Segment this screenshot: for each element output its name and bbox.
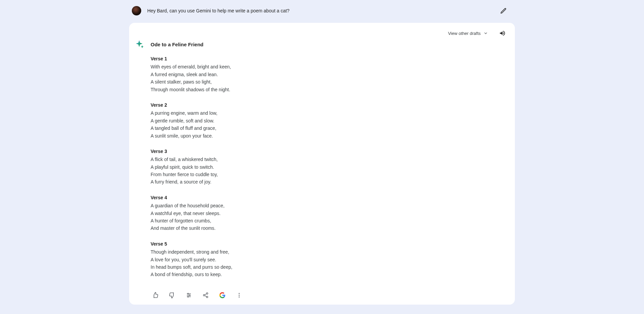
svg-point-8 — [206, 296, 208, 298]
title-row: Ode to a Feline Friend — [132, 39, 509, 55]
verse: Verse 1With eyes of emerald, bright and … — [151, 55, 509, 93]
modify-response-button[interactable] — [184, 291, 194, 300]
prompt-text: Hey Bard, can you use Gemini to help me … — [147, 8, 497, 13]
google-it-button[interactable] — [218, 291, 227, 300]
verse-line: A flick of tail, a whiskered twitch, — [151, 156, 509, 163]
svg-line-9 — [205, 294, 206, 295]
verse-line: A love for you, you'll surely see. — [151, 256, 509, 263]
poem-title: Ode to a Feline Friend — [151, 42, 204, 47]
share-button[interactable] — [201, 291, 210, 300]
verse-line: Through moonlit shadows of the night. — [151, 86, 509, 93]
svg-line-10 — [205, 296, 206, 297]
chevron-down-icon — [483, 31, 488, 36]
verse-line: In head bumps soft, and purrs so deep, — [151, 263, 509, 271]
verse-line: A watchful eye, that never sleeps. — [151, 210, 509, 217]
prompt-row: Hey Bard, can you use Gemini to help me … — [129, 3, 515, 19]
svg-point-12 — [239, 295, 240, 296]
verse: Verse 2A purring engine, warm and low,A … — [151, 101, 509, 140]
verse: Verse 5Though independent, strong and fr… — [151, 240, 509, 278]
svg-point-5 — [187, 296, 189, 297]
edit-prompt-button[interactable] — [497, 5, 509, 17]
verse-label: Verse 4 — [151, 194, 509, 201]
svg-point-3 — [187, 293, 189, 294]
verse-line: A furry friend, a source of joy. — [151, 178, 509, 186]
user-avatar — [132, 6, 141, 15]
verse-line: A playful spirit, quick to switch. — [151, 163, 509, 171]
pencil-icon — [500, 7, 507, 14]
verse-line: A furred enigma, sleek and lean. — [151, 71, 509, 78]
verse-line: Though independent, strong and free, — [151, 248, 509, 256]
verse: Verse 4A guardian of the household peace… — [151, 194, 509, 232]
tune-icon — [186, 292, 192, 298]
verse-line: A silent stalker, paws so light, — [151, 78, 509, 86]
google-logo-icon — [219, 292, 225, 298]
verse-line: And master of the sunlit rooms. — [151, 224, 509, 232]
verse-label: Verse 3 — [151, 148, 509, 155]
bard-sparkle-icon — [135, 40, 145, 49]
speaker-icon — [499, 30, 506, 37]
verse-label: Verse 2 — [151, 101, 509, 109]
verse-line: From hunter fierce to cuddle toy, — [151, 171, 509, 178]
response-card: View other drafts — [129, 23, 515, 305]
verse-label: Verse 1 — [151, 55, 509, 62]
svg-point-13 — [239, 297, 240, 298]
read-aloud-button[interactable] — [497, 28, 508, 39]
verse-line: A bond of friendship, ours to keep. — [151, 271, 509, 278]
verse-line: A sunlit smile, upon your face. — [151, 132, 509, 140]
action-row — [132, 286, 509, 300]
verse: Verse 3A flick of tail, a whiskered twit… — [151, 148, 509, 186]
verse-line: A tangled ball of fluff and grace, — [151, 124, 509, 132]
more-options-button[interactable] — [234, 291, 244, 300]
drafts-label: View other drafts — [448, 31, 481, 36]
verse-line: A hunter of forgotten crumbs, — [151, 217, 509, 224]
poem-body: Verse 1With eyes of emerald, bright and … — [132, 55, 509, 278]
svg-point-7 — [203, 295, 205, 296]
thumbs-up-icon — [152, 292, 159, 299]
verse-line: With eyes of emerald, bright and keen, — [151, 63, 509, 70]
thumbs-down-icon — [169, 292, 175, 299]
thumbs-down-button[interactable] — [167, 291, 177, 300]
view-other-drafts-button[interactable]: View other drafts — [446, 30, 490, 37]
svg-point-11 — [239, 293, 240, 294]
verse-line: A gentle rumble, soft and slow. — [151, 117, 509, 124]
svg-point-4 — [189, 295, 190, 296]
svg-point-6 — [206, 293, 208, 294]
share-icon — [203, 292, 209, 298]
thumbs-up-button[interactable] — [151, 291, 160, 300]
card-topbar: View other drafts — [132, 28, 509, 39]
verse-line: A guardian of the household peace, — [151, 202, 509, 209]
verse-label: Verse 5 — [151, 240, 509, 248]
verse-line: A purring engine, warm and low, — [151, 109, 509, 117]
more-vertical-icon — [236, 292, 242, 298]
